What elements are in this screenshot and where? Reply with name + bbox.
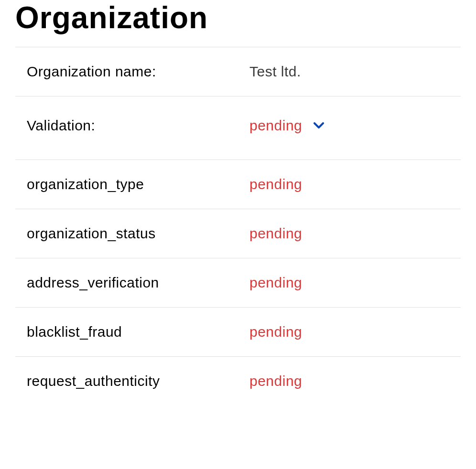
row-organization-name: Organization name: Test ltd.	[15, 47, 461, 96]
row-blacklist-fraud: blacklist_fraud pending	[15, 307, 461, 356]
request-authenticity-value: pending	[249, 373, 302, 389]
validation-value: pending	[249, 117, 302, 134]
organization-type-label: organization_type	[27, 176, 249, 192]
validation-dropdown[interactable]: pending	[249, 117, 324, 134]
organization-type-value: pending	[249, 176, 302, 192]
row-request-authenticity: request_authenticity pending	[15, 356, 461, 405]
address-verification-value: pending	[249, 275, 302, 291]
organization-name-value: Test ltd.	[249, 64, 301, 80]
organization-name-label: Organization name:	[27, 64, 249, 80]
organization-status-label: organization_status	[27, 225, 249, 242]
organization-section: Organization Organization name: Test ltd…	[0, 0, 476, 405]
validation-label: Validation:	[27, 117, 249, 134]
request-authenticity-label: request_authenticity	[27, 373, 249, 389]
blacklist-fraud-label: blacklist_fraud	[27, 324, 249, 340]
address-verification-label: address_verification	[27, 275, 249, 291]
chevron-down-icon	[314, 122, 324, 129]
organization-status-value: pending	[249, 225, 302, 242]
row-validation: Validation: pending	[15, 96, 461, 160]
page-title: Organization	[15, 0, 461, 35]
row-address-verification: address_verification pending	[15, 258, 461, 307]
row-organization-type: organization_type pending	[15, 160, 461, 209]
blacklist-fraud-value: pending	[249, 324, 302, 340]
row-organization-status: organization_status pending	[15, 209, 461, 258]
